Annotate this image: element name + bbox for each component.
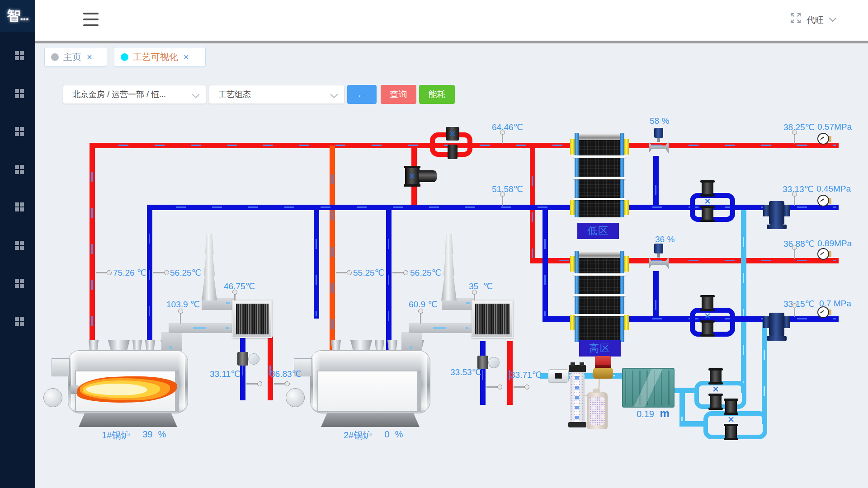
chevron-down-icon xyxy=(192,91,200,99)
mode-select[interactable]: 工艺组态 xyxy=(209,85,344,104)
temp-sensor xyxy=(502,134,503,144)
valve-high-opening: 36 % xyxy=(655,235,675,244)
strainer xyxy=(763,201,790,229)
boiler-2[interactable] xyxy=(310,340,430,427)
pump xyxy=(710,369,722,384)
control-valve-high[interactable] xyxy=(649,244,669,273)
temp-sensor xyxy=(246,383,258,385)
mixing-pump[interactable]: ✕ xyxy=(405,167,437,186)
temp-sensor xyxy=(486,386,498,388)
sidebar-menu-icon[interactable] xyxy=(15,317,19,321)
sidebar: 智... xyxy=(0,0,35,488)
makeup-pump-group2[interactable]: ✕ xyxy=(724,399,738,440)
tank-level: 0.19 m xyxy=(637,407,670,420)
org-select-value: 北京金房 / 运营一部 / 恒... xyxy=(72,89,166,100)
pipe-valve-low-drop xyxy=(653,156,659,206)
b1-supply-temp: 75.26 ℃ xyxy=(113,267,146,278)
motorized-valve-actuator[interactable] xyxy=(595,356,611,369)
econ2-valve[interactable] xyxy=(477,356,499,369)
pressure-gauge xyxy=(817,248,829,260)
tab-process-label: 工艺可视化 xyxy=(133,51,178,63)
fullscreen-icon[interactable] xyxy=(789,11,802,25)
b1-econ-out-temp: 46.75℃ xyxy=(224,281,255,291)
header-return-temp: 51.58℃ xyxy=(492,184,523,194)
salt-tank xyxy=(587,392,608,429)
pump xyxy=(725,424,737,440)
heat-exchanger-low[interactable] xyxy=(575,133,624,217)
pump-motor xyxy=(419,170,437,182)
valve-low-opening: 58 % xyxy=(650,116,669,126)
sidebar-menu-icon[interactable] xyxy=(15,241,19,245)
pipe-highzone-supply-left xyxy=(530,258,576,263)
low-return-temp: 33.13℃ xyxy=(783,184,814,194)
tab-home[interactable]: 主页 × xyxy=(44,47,107,67)
high-supply-temp: 36.88℃ xyxy=(783,239,815,249)
boiler-window xyxy=(317,371,421,412)
circulation-pump-group2[interactable]: ✕ xyxy=(700,296,715,336)
pipe-boiler1-supply-riser xyxy=(90,143,95,351)
b2-econ-in-temp: 33.53℃ xyxy=(450,367,481,377)
close-icon[interactable]: × xyxy=(184,52,189,62)
circulation-pump-group1[interactable]: ✕ xyxy=(700,181,715,221)
low-return-pressure: 0.45MPa xyxy=(816,184,851,194)
pipe-boiler2-return-riser xyxy=(386,210,392,351)
strainer xyxy=(763,313,790,341)
pressure-gauge xyxy=(817,133,829,145)
b1-econ-ret-temp: 36.83℃ xyxy=(270,369,302,379)
pipe-highzone-return-drop xyxy=(542,210,548,322)
temp-sensor xyxy=(474,294,475,300)
pipe-boiler2-supply-riser xyxy=(330,145,335,351)
makeup-pump-group1[interactable]: ✕ xyxy=(708,369,723,409)
temp-sensor xyxy=(794,196,795,206)
energy-button[interactable]: 能耗 xyxy=(419,85,455,104)
heat-exchanger-high[interactable] xyxy=(575,251,624,342)
close-icon[interactable]: × xyxy=(87,52,92,62)
boiler-1[interactable] xyxy=(68,340,188,427)
back-button[interactable]: ← xyxy=(347,85,377,104)
tab-dot-active xyxy=(121,53,128,61)
pipe-valve-high-drop xyxy=(653,271,659,317)
economizer-1 xyxy=(232,300,272,338)
sidebar-menu-icon[interactable] xyxy=(15,202,19,206)
sidebar-menu-icon[interactable] xyxy=(15,51,19,55)
mode-select-value: 工艺组态 xyxy=(218,89,251,100)
flue-duct xyxy=(401,332,422,351)
temp-sensor xyxy=(153,272,165,273)
pump xyxy=(702,206,713,221)
user-name[interactable]: 代旺 xyxy=(807,14,824,26)
pipe-boiler1-return-riser xyxy=(147,205,152,351)
topbar: 代旺 xyxy=(35,0,868,41)
control-valve-low[interactable] xyxy=(649,128,669,158)
low-supply-pressure: 0.57MPa xyxy=(817,122,852,132)
bypass-pump xyxy=(448,145,458,159)
sidebar-menu-icon[interactable] xyxy=(15,89,19,93)
zone-label-high: 高区 xyxy=(579,340,621,357)
softener-base xyxy=(568,422,586,427)
low-supply-temp: 38.25℃ xyxy=(783,122,815,132)
chevron-down-icon[interactable] xyxy=(829,14,837,22)
header-supply-temp: 64.46℃ xyxy=(492,122,523,132)
org-select[interactable]: 北京金房 / 运营一部 / 恒... xyxy=(63,85,206,104)
econ1-valve[interactable] xyxy=(237,352,259,366)
pump xyxy=(725,399,737,414)
temp-sensor xyxy=(234,294,236,300)
high-return-temp: 33.15℃ xyxy=(783,299,815,309)
query-button[interactable]: 查询 xyxy=(381,85,416,104)
high-supply-pressure: 0.89MPa xyxy=(817,239,852,249)
flow-meter xyxy=(548,369,569,383)
boiler-base xyxy=(79,413,177,427)
tab-home-label: 主页 xyxy=(63,51,81,63)
sidebar-menu-icon[interactable] xyxy=(15,165,19,169)
chevron-down-icon xyxy=(330,91,338,99)
pump xyxy=(702,321,713,336)
pipe-makeup-drop1 xyxy=(741,208,746,393)
bypass-valve-icon[interactable]: ✕ xyxy=(446,127,459,141)
boiler2-status: 2#锅炉0% xyxy=(344,429,403,441)
sidebar-menu-icon[interactable] xyxy=(15,127,19,131)
temp-sensor xyxy=(96,272,108,273)
temp-sensor xyxy=(514,386,525,388)
sidebar-menu-icon[interactable] xyxy=(15,279,19,283)
b1-return-temp: 56.25℃ xyxy=(170,267,201,278)
b2-flue-temp: 60.9 ℃ xyxy=(409,299,438,310)
tab-process-visualization[interactable]: 工艺可视化 × xyxy=(114,47,206,67)
